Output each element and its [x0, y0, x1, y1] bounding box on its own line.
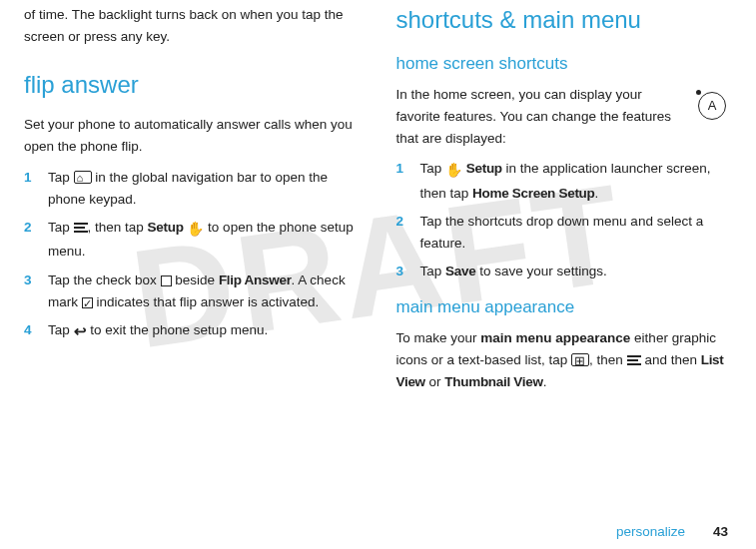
step-number: 1: [396, 158, 406, 204]
hand-icon: ✋: [187, 218, 204, 241]
step-body: Tap in the global navigation bar to open…: [48, 167, 357, 212]
menu-lines-icon: [627, 355, 641, 365]
flip-answer-desc: Set your phone to automatically answer c…: [24, 114, 357, 159]
home-shortcuts-desc: In the home screen, you can display your…: [396, 84, 729, 151]
checkbox-checked-icon: [82, 297, 93, 308]
text: .: [543, 374, 547, 389]
text: , then: [589, 352, 627, 367]
step-body: Tap the check box beside Flip Answer. A …: [48, 270, 357, 314]
step-1: 1 Tap ✋ Setup in the application launche…: [396, 158, 729, 204]
text: to exit the phone setup menu.: [87, 322, 269, 337]
home-key-icon: [74, 171, 92, 184]
text: Tap: [420, 264, 446, 278]
text: or: [425, 374, 445, 389]
subheading-home-shortcuts: home screen shortcuts: [396, 50, 729, 78]
step-body: Tap the shortcuts drop down menu and sel…: [420, 211, 729, 256]
text: Tap: [420, 161, 446, 176]
app-grid-icon: [571, 353, 589, 366]
text: beside: [172, 273, 219, 287]
step-number: 2: [24, 217, 34, 263]
step-number: 1: [24, 167, 34, 212]
label-home-screen-setup: Home Screen Setup: [472, 186, 594, 201]
step-2: 2 Tap the shortcuts drop down menu and s…: [396, 211, 729, 256]
label-setup: Setup: [466, 161, 502, 176]
step-body: Tap ↩ to exit the phone setup menu.: [48, 319, 357, 344]
right-column: shortcuts & main menu home screen shortc…: [396, 0, 729, 499]
heading-flip-answer: flip answer: [24, 65, 357, 105]
step-body: Tap , then tap Setup ✋ to open the phone…: [48, 217, 357, 263]
step-3: 3 Tap Save to save your settings.: [396, 261, 729, 282]
heading-shortcuts: shortcuts & main menu: [396, 0, 729, 40]
text: .: [595, 186, 599, 201]
step-number: 2: [396, 211, 406, 256]
step-number: 3: [24, 270, 34, 314]
step-body: Tap ✋ Setup in the application launcher …: [420, 158, 729, 204]
step-3: 3 Tap the check box beside Flip Answer. …: [24, 270, 357, 314]
step-body: Tap Save to save your settings.: [420, 261, 729, 282]
text: and then: [641, 352, 701, 367]
text: To make your: [396, 330, 481, 345]
text: Tap: [48, 220, 74, 235]
step-2: 2 Tap , then tap Setup ✋ to open the pho…: [24, 217, 357, 263]
page-footer: personalize43: [616, 524, 728, 539]
step-1: 1 Tap in the global navigation bar to op…: [24, 167, 357, 212]
text: indicates that flip answer is activated.: [93, 294, 320, 309]
bold-text: main menu appearance: [480, 330, 630, 345]
step-4: 4 Tap ↩ to exit the phone setup menu.: [24, 319, 357, 344]
main-menu-desc: To make your main menu appearance either…: [396, 327, 729, 394]
label-flip-answer: Flip Answer: [219, 273, 292, 287]
text: Tap: [48, 170, 74, 185]
label-save: Save: [445, 264, 475, 278]
text: to save your settings.: [475, 264, 606, 278]
section-name: personalize: [616, 524, 685, 539]
menu-lines-icon: [74, 223, 88, 233]
hand-icon: ✋: [445, 159, 462, 182]
page-number: 43: [713, 524, 728, 539]
text: , then tap: [88, 220, 148, 235]
left-column: of time. The backlight turns back on whe…: [24, 0, 357, 499]
text: Tap: [48, 322, 74, 337]
return-icon: ↩: [74, 319, 87, 344]
label-setup: Setup: [148, 220, 184, 235]
feature-badge-icon: A: [698, 92, 726, 120]
text: Tap the check box: [48, 273, 161, 287]
subheading-main-menu: main menu appearance: [396, 293, 729, 321]
step-number: 4: [24, 319, 34, 344]
label-thumbnail-view: Thumbnail View: [444, 374, 542, 389]
page-content: of time. The backlight turns back on whe…: [0, 0, 756, 499]
checkbox-empty-icon: [161, 275, 172, 286]
step-number: 3: [396, 261, 406, 282]
intro-fragment: of time. The backlight turns back on whe…: [24, 4, 357, 49]
